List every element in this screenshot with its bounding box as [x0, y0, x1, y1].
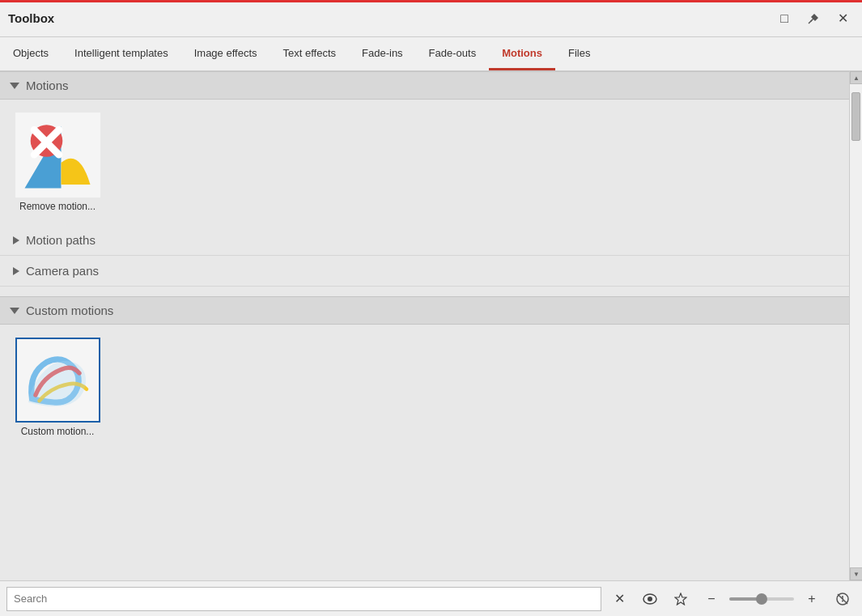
- scrollbar-track[interactable]: [850, 84, 862, 567]
- remove-motion-icon: [15, 113, 100, 198]
- scrollbar-thumb[interactable]: [851, 92, 860, 141]
- custom-motions-section-label: Custom motions: [26, 304, 113, 317]
- motion-paths-expand-icon: [13, 236, 19, 244]
- tab-image-effects[interactable]: Image effects: [181, 37, 270, 70]
- tab-files[interactable]: Files: [555, 37, 603, 70]
- motions-collapse-icon: [10, 83, 19, 89]
- search-options-button[interactable]: [830, 586, 856, 612]
- title-bar: Toolbox □ ✕: [0, 0, 862, 37]
- star-button[interactable]: [668, 586, 694, 612]
- svg-point-10: [842, 600, 843, 601]
- svg-line-11: [838, 594, 847, 604]
- tab-motions[interactable]: Motions: [489, 37, 555, 70]
- custom-motions-section-header[interactable]: Custom motions: [0, 296, 849, 325]
- motions-section-label: Motions: [26, 79, 69, 92]
- zoom-slider-container: [729, 597, 794, 601]
- tab-fade-ins[interactable]: Fade-ins: [349, 37, 416, 70]
- tab-fade-outs[interactable]: Fade-outs: [416, 37, 490, 70]
- custom-motion-icon: [15, 338, 100, 423]
- zoom-in-button[interactable]: +: [799, 586, 825, 612]
- maximize-button[interactable]: □: [773, 7, 796, 30]
- tab-text-effects[interactable]: Text effects: [270, 37, 350, 70]
- eye-button[interactable]: [637, 586, 663, 612]
- motion-paths-row[interactable]: Motion paths: [0, 225, 849, 256]
- tab-bar: Objects Intelligent templates Image effe…: [0, 37, 862, 71]
- title-buttons: □ ✕: [773, 7, 854, 30]
- camera-pans-expand-icon: [13, 267, 19, 275]
- scroll-down-button[interactable]: ▼: [850, 567, 862, 580]
- remove-motion-card[interactable]: Remove motion...: [13, 113, 102, 212]
- search-input[interactable]: [6, 587, 601, 611]
- svg-marker-7: [675, 593, 686, 605]
- zoom-out-button[interactable]: −: [699, 586, 724, 612]
- camera-pans-row[interactable]: Camera pans: [0, 256, 849, 287]
- scroll-up-button[interactable]: ▲: [850, 71, 862, 84]
- app-title: Toolbox: [8, 11, 54, 25]
- section-divider: [0, 287, 849, 296]
- svg-line-0: [809, 20, 812, 23]
- close-button[interactable]: ✕: [831, 7, 854, 30]
- scrollbar: ▲ ▼: [849, 71, 862, 580]
- search-clear-button[interactable]: ✕: [606, 586, 632, 612]
- motions-items-area: Remove motion...: [0, 100, 849, 225]
- pin-button[interactable]: [802, 7, 825, 30]
- zoom-slider[interactable]: [729, 597, 794, 601]
- motion-paths-label: Motion paths: [26, 233, 96, 247]
- remove-motion-label: Remove motion...: [19, 201, 96, 212]
- main-content: Motions Remo: [0, 71, 862, 580]
- custom-motions-collapse-icon: [10, 308, 19, 314]
- svg-point-6: [648, 597, 652, 601]
- bottom-bar: ✕ − +: [0, 580, 862, 616]
- camera-pans-label: Camera pans: [26, 264, 99, 278]
- custom-motion-label: Custom motion...: [21, 426, 95, 437]
- content-panel: Motions Remo: [0, 71, 849, 580]
- tab-objects[interactable]: Objects: [0, 37, 62, 70]
- custom-motions-items-area: Custom motion...: [0, 325, 849, 450]
- custom-motion-card[interactable]: Custom motion...: [13, 338, 102, 437]
- motions-section-header[interactable]: Motions: [0, 71, 849, 100]
- tab-intelligent-templates[interactable]: Intelligent templates: [62, 37, 181, 70]
